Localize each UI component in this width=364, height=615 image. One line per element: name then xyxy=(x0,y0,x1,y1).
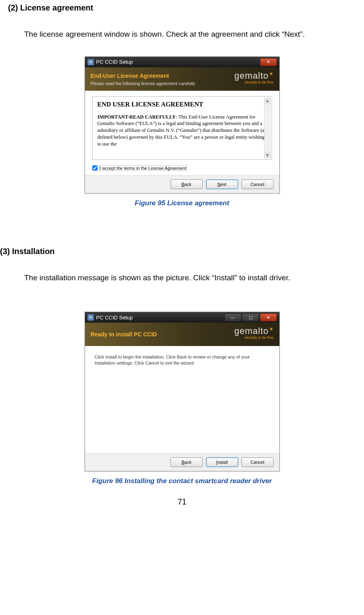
page-number: 71 xyxy=(0,497,364,507)
scrollbar[interactable]: ▲ ▼ xyxy=(264,98,271,158)
brand-name: gemalto xyxy=(234,326,268,336)
section-body-license: The license agreement window is shown. C… xyxy=(24,29,364,40)
brand-tagline: security to be free xyxy=(234,336,273,340)
window-title: PC CCID Setup xyxy=(96,59,133,65)
close-icon[interactable]: ✕ xyxy=(260,58,277,66)
eula-important: IMPORTANT-READ CAREFULLY xyxy=(98,114,176,120)
banner-title: Ready to install PC CCID xyxy=(91,331,157,338)
dialog-banner: Ready to install PC CCID gemalto✶ securi… xyxy=(85,323,279,346)
figure-caption-95: Figure 95 License agreement xyxy=(135,199,229,207)
back-button[interactable]: Back xyxy=(171,179,203,189)
brand-logo: gemalto✶ security to be free xyxy=(234,326,273,340)
figure-caption-96: Figure 96 Installing the contact smartca… xyxy=(92,477,272,485)
banner-title: End-User License Agreement xyxy=(91,73,169,79)
cancel-button[interactable]: Cancel xyxy=(241,457,274,467)
dialog-content: Click Install to begin the installation.… xyxy=(85,346,279,453)
figure-license-agreement: ⧉ PC CCID Setup ✕ End-User License Agree… xyxy=(0,56,364,207)
titlebar: ⧉ PC CCID Setup — ▢ ✕ xyxy=(85,312,279,323)
accept-row: I accept the terms in the License Agreem… xyxy=(92,165,272,171)
section-body-installation: The installation message is shown as the… xyxy=(24,272,364,284)
scroll-down-icon[interactable]: ▼ xyxy=(264,152,271,158)
installer-icon: ⧉ xyxy=(87,314,94,321)
close-icon[interactable]: ✕ xyxy=(260,313,277,321)
banner-subtitle: Please read the following license agreem… xyxy=(91,81,196,86)
button-bar: Back Install Cancel xyxy=(85,453,279,471)
accept-checkbox[interactable] xyxy=(92,165,98,171)
accept-label[interactable]: I accept the terms in the License Agreem… xyxy=(99,165,187,171)
star-icon: ✶ xyxy=(269,71,274,77)
minimize-icon[interactable]: — xyxy=(225,313,241,321)
brand-name: gemalto xyxy=(234,71,268,81)
eula-body: IMPORTANT-READ CAREFULLY: This End-User … xyxy=(98,114,267,148)
maximize-icon[interactable]: ▢ xyxy=(242,313,259,321)
eula-heading: END USER LICENSE AGREEMENT xyxy=(98,101,267,108)
installer-icon: ⧉ xyxy=(87,59,94,65)
figure-installation: ⧉ PC CCID Setup — ▢ ✕ Ready to install P… xyxy=(0,312,364,485)
dialog-license: ⧉ PC CCID Setup ✕ End-User License Agree… xyxy=(85,56,280,194)
section-heading-installation: (3) Installation xyxy=(0,247,364,256)
cancel-button[interactable]: Cancel xyxy=(241,179,274,189)
section-heading-license: (2) License agreement xyxy=(8,3,364,13)
button-bar: Back Next Cancel xyxy=(85,175,279,193)
dialog-install: ⧉ PC CCID Setup — ▢ ✕ Ready to install P… xyxy=(85,312,280,471)
back-button[interactable]: Back xyxy=(171,457,203,467)
titlebar: ⧉ PC CCID Setup ✕ xyxy=(85,57,279,67)
scroll-up-icon[interactable]: ▲ xyxy=(264,98,271,104)
brand-logo: gemalto✶ security to be free xyxy=(234,71,273,84)
eula-textbox[interactable]: ▲ ▼ END USER LICENSE AGREEMENT IMPORTANT… xyxy=(92,96,272,160)
dialog-banner: End-User License Agreement Please read t… xyxy=(85,67,279,91)
window-title: PC CCID Setup xyxy=(96,315,133,321)
brand-tagline: security to be free xyxy=(234,80,273,84)
star-icon: ✶ xyxy=(269,326,274,332)
install-button[interactable]: Install xyxy=(206,457,238,467)
dialog-content: ▲ ▼ END USER LICENSE AGREEMENT IMPORTANT… xyxy=(85,91,279,175)
install-body: Click Install to begin the installation.… xyxy=(95,354,250,365)
next-button[interactable]: Next xyxy=(206,179,238,189)
